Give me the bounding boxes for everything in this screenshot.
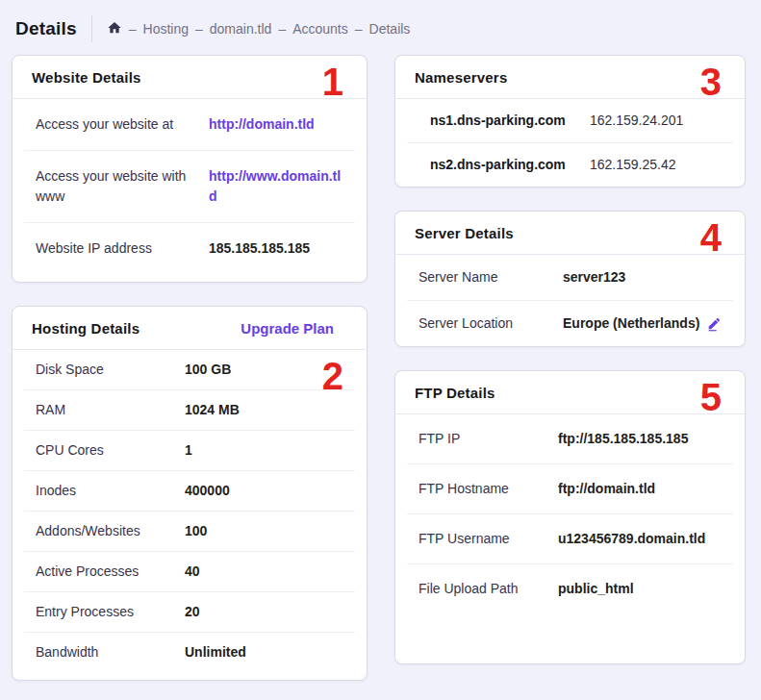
ftp-details-header: FTP Details bbox=[395, 371, 745, 414]
row-label: Server Name bbox=[419, 267, 563, 288]
table-row: Server Location Europe (Netherlands) bbox=[407, 301, 733, 346]
ftp-details-body: FTP IP ftp://185.185.185.185 FTP Hostnam… bbox=[395, 414, 745, 663]
hosting-details-card: 2 Hosting Details Upgrade Plan Disk Spac… bbox=[12, 306, 368, 681]
ftp-username-value: u123456789.domain.tld bbox=[558, 529, 705, 549]
breadcrumb-item-domain[interactable]: domain.tld bbox=[210, 21, 272, 37]
server-location-value: Europe (Netherlands) bbox=[563, 313, 699, 334]
ftp-hostname-value: ftp://domain.tld bbox=[558, 479, 655, 499]
table-row: Bandwidth Unlimited bbox=[24, 633, 355, 672]
breadcrumb-item-accounts[interactable]: Accounts bbox=[292, 21, 348, 37]
website-ip-value: 185.185.185.185 bbox=[209, 238, 310, 259]
hosting-details-body: Disk Space 100 GB RAM 1024 MB CPU Cores … bbox=[13, 350, 367, 680]
row-label: RAM bbox=[36, 400, 185, 420]
website-details-header: Website Details bbox=[13, 56, 367, 99]
hosting-details-header: Hosting Details Upgrade Plan bbox=[13, 307, 367, 350]
active-processes-value: 40 bbox=[185, 562, 200, 582]
website-www-url-link[interactable]: http://www.domain.tld bbox=[209, 166, 343, 207]
ftp-details-card: 5 FTP Details FTP IP ftp://185.185.185.1… bbox=[394, 370, 746, 664]
table-row: FTP Hostname ftp://domain.tld bbox=[407, 464, 733, 514]
nameserver-2-host: ns2.dns-parking.com bbox=[430, 155, 590, 175]
breadcrumb: – Hosting – domain.tld – Accounts – Deta… bbox=[107, 21, 411, 37]
nameserver-1-host: ns1.dns-parking.com bbox=[430, 111, 590, 131]
nameserver-1-ip: 162.159.24.201 bbox=[590, 111, 683, 131]
website-details-card: 1 Website Details Access your website at… bbox=[12, 55, 368, 283]
table-row: Website IP address 185.185.185.185 bbox=[24, 223, 355, 274]
server-location-wrap: Europe (Netherlands) bbox=[563, 313, 722, 334]
table-row: Access your website with www http://www.… bbox=[24, 151, 355, 223]
nameserver-2-ip: 162.159.25.42 bbox=[590, 155, 676, 175]
breadcrumb-item-details: Details bbox=[369, 21, 411, 37]
row-label: FTP Hostname bbox=[419, 479, 558, 499]
table-row: File Upload Path public_html bbox=[407, 564, 733, 613]
table-row: Inodes 400000 bbox=[24, 471, 355, 512]
breadcrumb-separator: – bbox=[195, 21, 203, 37]
row-label: Access your website with www bbox=[36, 166, 209, 207]
row-label: FTP IP bbox=[419, 429, 558, 449]
row-label: Active Processes bbox=[36, 562, 185, 582]
table-row: Addons/Websites 100 bbox=[24, 512, 355, 552]
server-details-body: Server Name server123 Server Location Eu… bbox=[395, 255, 745, 346]
table-row: Access your website at http://domain.tld bbox=[24, 99, 355, 151]
server-name-value: server123 bbox=[563, 267, 625, 288]
table-row: Disk Space 100 GB bbox=[24, 350, 355, 390]
row-label: Access your website at bbox=[36, 114, 209, 135]
server-details-title: Server Details bbox=[415, 225, 514, 241]
inodes-value: 400000 bbox=[185, 481, 230, 501]
table-row: Server Name server123 bbox=[407, 255, 733, 301]
nameservers-body: ns1.dns-parking.com 162.159.24.201 ns2.d… bbox=[395, 99, 745, 187]
table-row: FTP Username u123456789.domain.tld bbox=[407, 514, 733, 564]
table-row: RAM 1024 MB bbox=[24, 390, 355, 431]
disk-space-value: 100 GB bbox=[185, 360, 231, 380]
breadcrumb-separator: – bbox=[278, 21, 286, 37]
nameservers-title: Nameservers bbox=[415, 69, 507, 86]
upgrade-plan-link[interactable]: Upgrade Plan bbox=[241, 320, 334, 337]
ram-value: 1024 MB bbox=[185, 400, 240, 420]
cards-grid: 1 Website Details Access your website at… bbox=[0, 55, 761, 681]
row-label: Website IP address bbox=[36, 238, 209, 259]
server-details-card: 4 Server Details Server Name server123 S… bbox=[394, 211, 746, 347]
table-row: Entry Processes 20 bbox=[24, 592, 355, 633]
row-label: Entry Processes bbox=[36, 602, 185, 622]
nameservers-card: 3 Nameservers ns1.dns-parking.com 162.15… bbox=[394, 55, 746, 188]
ftp-ip-value: ftp://185.185.185.185 bbox=[558, 429, 688, 449]
row-label: FTP Username bbox=[419, 529, 558, 549]
left-column: 1 Website Details Access your website at… bbox=[12, 55, 368, 681]
addons-websites-value: 100 bbox=[185, 521, 207, 541]
website-details-title: Website Details bbox=[32, 69, 141, 86]
row-label: Inodes bbox=[36, 481, 185, 501]
breadcrumb-item-hosting[interactable]: Hosting bbox=[143, 21, 189, 37]
server-details-header: Server Details bbox=[395, 212, 745, 255]
hosting-details-title: Hosting Details bbox=[32, 320, 140, 337]
bandwidth-value: Unlimited bbox=[185, 642, 246, 662]
edit-pencil-icon[interactable] bbox=[706, 316, 722, 332]
table-row: CPU Cores 1 bbox=[24, 431, 355, 471]
website-url-link[interactable]: http://domain.tld bbox=[209, 114, 315, 135]
entry-processes-value: 20 bbox=[185, 602, 200, 622]
right-column: 3 Nameservers ns1.dns-parking.com 162.15… bbox=[394, 55, 746, 664]
table-row: ns1.dns-parking.com 162.159.24.201 bbox=[407, 99, 733, 143]
row-label: File Upload Path bbox=[419, 579, 558, 599]
ftp-details-title: FTP Details bbox=[415, 385, 495, 401]
file-upload-path-value: public_html bbox=[558, 579, 634, 599]
nameservers-header: Nameservers bbox=[395, 56, 745, 99]
home-icon[interactable] bbox=[107, 20, 122, 36]
row-label: Bandwidth bbox=[36, 642, 185, 662]
page-title: Details bbox=[15, 18, 77, 39]
row-label: Server Location bbox=[419, 313, 563, 334]
row-label: Disk Space bbox=[36, 360, 185, 380]
breadcrumb-separator: – bbox=[355, 21, 363, 37]
breadcrumb-separator: – bbox=[129, 21, 137, 37]
table-row: ns2.dns-parking.com 162.159.25.42 bbox=[407, 143, 733, 187]
row-label: Addons/Websites bbox=[36, 521, 185, 541]
table-row: Active Processes 40 bbox=[24, 552, 355, 592]
row-label: CPU Cores bbox=[36, 440, 185, 461]
page-header: Details – Hosting – domain.tld – Account… bbox=[0, 0, 761, 55]
header-divider bbox=[91, 15, 92, 42]
table-row: FTP IP ftp://185.185.185.185 bbox=[407, 414, 733, 464]
cpu-cores-value: 1 bbox=[185, 440, 192, 461]
website-details-body: Access your website at http://domain.tld… bbox=[13, 99, 367, 282]
